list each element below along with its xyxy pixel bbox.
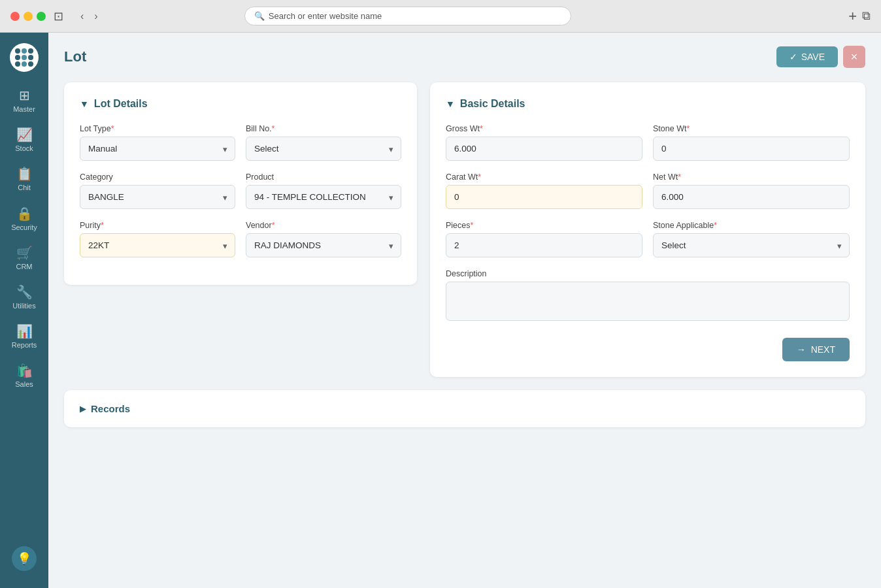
sidebar-label-security: Security (11, 223, 37, 232)
lot-type-select-wrapper: Manual Auto (80, 137, 235, 161)
logo-graphic (15, 48, 33, 67)
category-select-wrapper: BANGLE NECKLACE RING (80, 185, 235, 209)
carat-wt-input[interactable] (446, 185, 642, 209)
carat-net-row: Carat Wt* Net Wt* (446, 172, 850, 209)
lot-type-select[interactable]: Manual Auto (80, 137, 235, 161)
lot-details-card: ▼ Lot Details Lot Type* Manual Auto (64, 82, 417, 285)
crm-icon: 🛒 (16, 245, 33, 261)
bill-no-select-wrapper: Select (246, 137, 401, 161)
search-icon: 🔍 (254, 11, 265, 21)
minimize-window-button[interactable] (24, 12, 33, 21)
master-icon: ⊞ (19, 88, 30, 103)
stone-wt-input[interactable] (653, 137, 850, 161)
sales-icon: 🛍️ (16, 363, 33, 378)
lot-details-section-header: ▼ Lot Details (80, 98, 401, 110)
stone-applicable-select[interactable]: Select Yes No (653, 233, 850, 257)
browser-chrome: ⊡ ‹ › 🔍 Search or enter website name + ⧉ (0, 0, 881, 33)
gross-wt-group: Gross Wt* (446, 124, 642, 161)
stone-applicable-label: Stone Applicable* (653, 221, 850, 230)
stock-icon: 📈 (16, 127, 33, 142)
sidebar: ⊞ Master 📈 Stock 📋 Chit 🔒 Security 🛒 CRM… (0, 33, 48, 588)
gross-wt-input[interactable] (446, 137, 642, 161)
category-select[interactable]: BANGLE NECKLACE RING (80, 185, 235, 209)
lot-type-bill-row: Lot Type* Manual Auto Bill No.* (80, 124, 401, 161)
help-button[interactable]: 💡 (12, 546, 37, 571)
product-group: Product 94 - TEMPLE COLLECTION 95 - BRID… (246, 172, 401, 209)
description-label: Description (446, 269, 850, 278)
sidebar-item-crm[interactable]: 🛒 CRM (4, 240, 44, 276)
category-group: Category BANGLE NECKLACE RING (80, 172, 235, 209)
net-wt-input[interactable] (653, 185, 850, 209)
basic-details-collapse-icon[interactable]: ▼ (446, 99, 455, 109)
close-icon: × (851, 50, 858, 64)
next-arrow-icon: → (797, 344, 806, 355)
vendor-group: Vendor* RAJ DIAMONDS KRISHNA JEWELS (246, 221, 401, 257)
sidebar-item-stock[interactable]: 📈 Stock (4, 122, 44, 158)
lot-type-label: Lot Type* (80, 124, 235, 133)
maximize-window-button[interactable] (37, 12, 46, 21)
main-content: Lot ✓ SAVE × ▼ Lot Details (48, 33, 881, 588)
lot-details-collapse-icon[interactable]: ▼ (80, 99, 89, 109)
url-bar[interactable]: 🔍 Search or enter website name (244, 7, 571, 25)
pieces-group: Pieces* (446, 221, 642, 257)
save-label: SAVE (801, 52, 825, 62)
sidebar-item-chit[interactable]: 📋 Chit (4, 161, 44, 197)
gross-wt-label: Gross Wt* (446, 124, 642, 133)
stone-wt-label: Stone Wt* (653, 124, 850, 133)
records-card: ▶ Records (64, 390, 865, 427)
sidebar-label-sales: Sales (15, 380, 33, 389)
purity-select-wrapper: 22KT 18KT 24KT (80, 233, 235, 257)
utilities-icon: 🔧 (16, 284, 33, 300)
purity-label: Purity* (80, 221, 235, 230)
sidebar-item-utilities[interactable]: 🔧 Utilities (4, 279, 44, 316)
basic-details-card: ▼ Basic Details Gross Wt* Stone Wt* (430, 82, 865, 377)
pieces-input[interactable] (446, 233, 642, 257)
save-button[interactable]: ✓ SAVE (776, 46, 838, 67)
pieces-stone-applicable-row: Pieces* Stone Applicable* Select Yes (446, 221, 850, 257)
records-section-header[interactable]: ▶ Records (80, 403, 850, 414)
stone-wt-group: Stone Wt* (653, 124, 850, 161)
back-button[interactable]: ‹ (76, 9, 88, 24)
product-label: Product (246, 172, 401, 182)
vendor-label: Vendor* (246, 221, 401, 230)
net-wt-label: Net Wt* (653, 172, 850, 182)
sidebar-toggle-button[interactable]: ⊡ (54, 9, 63, 24)
reports-icon: 📊 (16, 323, 33, 339)
app-layout: ⊞ Master 📈 Stock 📋 Chit 🔒 Security 🛒 CRM… (0, 33, 881, 588)
browser-actions: + ⧉ (848, 8, 871, 25)
app-logo[interactable] (10, 43, 39, 72)
description-group: Description (446, 269, 850, 321)
close-button[interactable]: × (843, 46, 865, 68)
sidebar-item-sales[interactable]: 🛍️ Sales (4, 357, 44, 394)
bill-no-label: Bill No.* (246, 124, 401, 133)
sidebar-item-security[interactable]: 🔒 Security (4, 201, 44, 237)
basic-details-title: Basic Details (460, 98, 525, 110)
sidebar-item-reports[interactable]: 📊 Reports (4, 318, 44, 355)
purity-select[interactable]: 22KT 18KT 24KT (80, 233, 235, 257)
new-tab-button[interactable]: + (848, 8, 857, 25)
tab-overview-button[interactable]: ⧉ (862, 8, 871, 25)
close-window-button[interactable] (10, 12, 20, 21)
gross-stone-row: Gross Wt* Stone Wt* (446, 124, 850, 161)
stone-applicable-group: Stone Applicable* Select Yes No (653, 221, 850, 257)
description-input[interactable] (446, 282, 850, 321)
pieces-label: Pieces* (446, 221, 642, 230)
product-select[interactable]: 94 - TEMPLE COLLECTION 95 - BRIDAL COLLE… (246, 185, 401, 209)
vendor-select-wrapper: RAJ DIAMONDS KRISHNA JEWELS (246, 233, 401, 257)
net-wt-group: Net Wt* (653, 172, 850, 209)
vendor-select[interactable]: RAJ DIAMONDS KRISHNA JEWELS (246, 233, 401, 257)
sidebar-label-master: Master (13, 105, 35, 114)
page-title: Lot (64, 48, 86, 65)
sidebar-label-crm: CRM (16, 263, 32, 271)
traffic-lights (10, 12, 46, 21)
next-button[interactable]: → NEXT (782, 338, 850, 361)
sidebar-item-master[interactable]: ⊞ Master (4, 82, 44, 119)
forward-button[interactable]: › (90, 9, 101, 24)
description-row: Description (446, 269, 850, 321)
save-checkmark-icon: ✓ (790, 52, 797, 62)
carat-wt-group: Carat Wt* (446, 172, 642, 209)
records-expand-icon: ▶ (80, 404, 86, 414)
bill-no-select[interactable]: Select (246, 137, 401, 161)
sidebar-label-utilities: Utilities (12, 302, 35, 310)
next-label: NEXT (811, 344, 835, 355)
